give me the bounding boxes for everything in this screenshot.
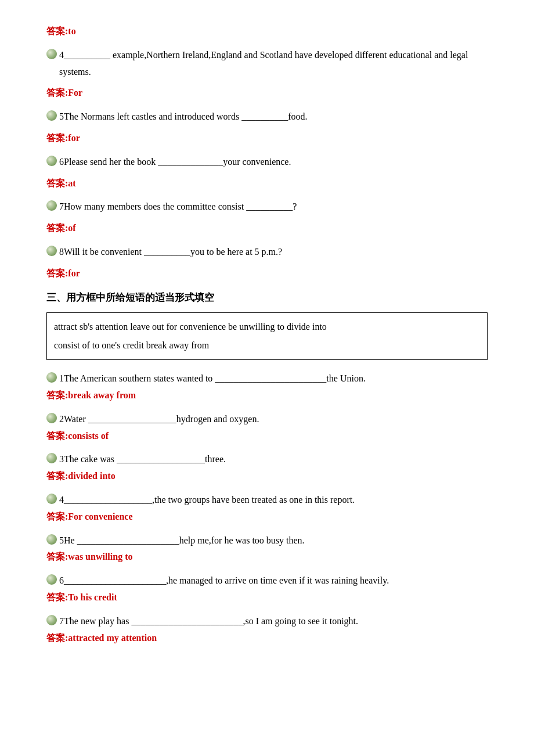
ball-icon-s3-2 — [46, 413, 57, 423]
section3-answer-1: 答案:break away from — [46, 387, 488, 404]
section3-answer-5: 答案:was unwilling to — [46, 549, 488, 566]
section3-question-row-7: 7The new play has ______________________… — [46, 613, 488, 630]
question-7-block: 7How many members does the committee con… — [46, 199, 488, 215]
question-8-block: 8Will it be convenient __________you to … — [46, 244, 488, 261]
section3-answer-6: 答案:To his credit — [46, 589, 488, 606]
section3-question-text-5: 5He ______________________help me,for he… — [59, 532, 488, 549]
ball-icon-s3-5 — [46, 534, 57, 545]
ball-icon-q5 — [46, 110, 57, 121]
section3-question-text-2: 2Water ___________________hydrogen and o… — [59, 411, 488, 428]
ball-icon-s3-1 — [46, 372, 57, 383]
section3-answer-2: 答案:consists of — [46, 428, 488, 445]
ball-icon-s3-4 — [46, 494, 57, 504]
phrase-box: attract sb's attention leave out for con… — [46, 312, 488, 360]
ball-icon-q8 — [46, 246, 57, 256]
question-5-block: 5The Normans left castles and introduced… — [46, 109, 488, 125]
section3-question-text-7: 7The new play has ______________________… — [59, 613, 488, 630]
ball-icon-s3-6 — [46, 574, 57, 585]
answer-7: 答案:of — [46, 220, 488, 237]
question-5-text: 5The Normans left castles and introduced… — [59, 109, 488, 125]
section3-question-text-6: 6______________________,he managed to ar… — [59, 573, 488, 589]
section3-item-7: 7The new play has ______________________… — [46, 613, 488, 647]
section3-question-row-4: 4___________________,the two groups have… — [46, 492, 488, 509]
section3-item-5: 5He ______________________help me,for he… — [46, 532, 488, 566]
ball-icon-q4 — [46, 49, 57, 59]
section3-question-row-1: 1The American southern states wanted to … — [46, 370, 488, 387]
ball-icon-s3-3 — [46, 453, 57, 463]
section3-answer-7: 答案:attracted my attention — [46, 630, 488, 647]
question-6-text: 6Please send her the book ______________… — [59, 154, 488, 171]
section3-question-row-2: 2Water ___________________hydrogen and o… — [46, 411, 488, 428]
section3-question-text-4: 4___________________,the two groups have… — [59, 492, 488, 509]
section3-question-row-6: 6______________________,he managed to ar… — [46, 573, 488, 589]
section3-items: 1The American southern states wanted to … — [46, 370, 488, 646]
answer-8: 答案:for — [46, 265, 488, 282]
question-4-text: 4__________ example,Northern Ireland,Eng… — [59, 47, 488, 81]
answer-4: 答案:For — [46, 85, 488, 102]
section3-question-text-1: 1The American southern states wanted to … — [59, 370, 488, 387]
question-4-block: 4__________ example,Northern Ireland,Eng… — [46, 47, 488, 81]
answer-5: 答案:for — [46, 130, 488, 147]
section3-item-6: 6______________________,he managed to ar… — [46, 573, 488, 606]
section3-answer-4: 答案:For convenience — [46, 509, 488, 525]
section3-answer-3: 答案:divided into — [46, 468, 488, 485]
question-6-block: 6Please send her the book ______________… — [46, 154, 488, 171]
section3-question-row-5: 5He ______________________help me,for he… — [46, 532, 488, 549]
section3-title: 三、用方框中所给短语的适当形式填空 — [46, 289, 488, 307]
section3-item-3: 3The cake was ___________________three.答… — [46, 451, 488, 485]
question-8-text: 8Will it be convenient __________you to … — [59, 244, 488, 261]
ball-icon-s3-7 — [46, 615, 57, 625]
question-7-text: 7How many members does the committee con… — [59, 199, 488, 215]
section3-item-2: 2Water ___________________hydrogen and o… — [46, 411, 488, 445]
section3-question-row-3: 3The cake was ___________________three. — [46, 451, 488, 468]
answer-3: 答案:to — [46, 23, 488, 40]
ball-icon-q7 — [46, 200, 57, 211]
ball-icon-q6 — [46, 156, 57, 166]
answer-6: 答案:at — [46, 175, 488, 192]
section3-item-1: 1The American southern states wanted to … — [46, 370, 488, 404]
section3-item-4: 4___________________,the two groups have… — [46, 492, 488, 525]
section3-question-text-3: 3The cake was ___________________three. — [59, 451, 488, 468]
